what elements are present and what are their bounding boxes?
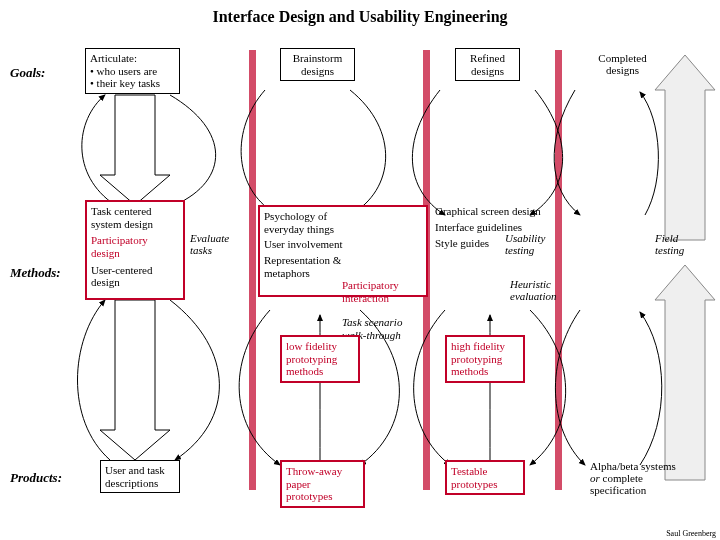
text: • their key tasks bbox=[90, 77, 175, 90]
text: designs bbox=[460, 65, 515, 78]
text: Completed bbox=[585, 52, 660, 64]
method-low-fidelity: low fidelity prototyping methods bbox=[280, 335, 360, 383]
method-representation: Representation & metaphors bbox=[264, 254, 344, 279]
method-evaluate-tasks: Evaluate tasks bbox=[190, 232, 240, 256]
goal-completed: Completed designs bbox=[585, 52, 660, 76]
text: designs bbox=[585, 64, 660, 76]
method-user-centered: User-centered design bbox=[91, 264, 179, 289]
product-throwaway: Throw-away paper prototypes bbox=[280, 460, 365, 508]
goal-refined: Refined designs bbox=[455, 48, 520, 81]
method-graphical: Graphical screen design bbox=[435, 205, 555, 217]
text: systems bbox=[641, 460, 676, 472]
svg-marker-3 bbox=[655, 55, 715, 240]
method-task-centered: Task centered system design bbox=[91, 205, 179, 230]
text: or bbox=[590, 472, 600, 484]
text: Articulate: bbox=[90, 52, 175, 65]
text: complete bbox=[603, 472, 643, 484]
svg-marker-5 bbox=[100, 95, 170, 205]
text: high fidelity prototyping methods bbox=[451, 340, 505, 377]
methods-col2: Psychology of everyday things User invol… bbox=[258, 205, 428, 297]
text: low fidelity prototyping methods bbox=[286, 340, 337, 377]
methods-col1: Task centered system design Participator… bbox=[85, 200, 185, 300]
text: Alpha/beta bbox=[590, 460, 638, 472]
text: • who users are bbox=[90, 65, 175, 78]
product-alphabeta: Alpha/beta systems or complete specifica… bbox=[590, 460, 680, 496]
text: Testable prototypes bbox=[451, 465, 497, 490]
label-products: Products: bbox=[10, 470, 62, 486]
text: Brainstorm bbox=[285, 52, 350, 65]
label-goals: Goals: bbox=[10, 65, 45, 81]
text: specification bbox=[590, 484, 646, 496]
goal-articulate: Articulate: • who users are • their key … bbox=[85, 48, 180, 94]
svg-rect-2 bbox=[555, 50, 562, 490]
method-user-involvement: User involvement bbox=[264, 238, 344, 251]
goal-brainstorm: Brainstorm designs bbox=[280, 48, 355, 81]
text: Refined bbox=[460, 52, 515, 65]
method-heuristic: Heuristic evaluation bbox=[510, 278, 570, 302]
method-participatory-interaction: Participatory interaction bbox=[342, 279, 422, 304]
method-usability-testing: Usability testing bbox=[505, 232, 555, 256]
product-user-task: User and task descriptions bbox=[100, 460, 180, 493]
text: Throw-away paper prototypes bbox=[286, 465, 342, 502]
svg-rect-0 bbox=[249, 50, 256, 490]
product-testable: Testable prototypes bbox=[445, 460, 525, 495]
method-participatory-design: Participatory design bbox=[91, 234, 179, 259]
page-title: Interface Design and Usability Engineeri… bbox=[0, 8, 720, 26]
text: User and task descriptions bbox=[105, 464, 165, 489]
method-field-testing: Field testing bbox=[655, 232, 705, 256]
svg-marker-4 bbox=[655, 265, 715, 480]
method-high-fidelity: high fidelity prototyping methods bbox=[445, 335, 525, 383]
text: designs bbox=[285, 65, 350, 78]
credit: Saul Greenberg bbox=[666, 529, 716, 538]
label-methods: Methods: bbox=[10, 265, 61, 281]
method-psychology: Psychology of everyday things bbox=[264, 210, 344, 235]
svg-marker-6 bbox=[100, 300, 170, 460]
